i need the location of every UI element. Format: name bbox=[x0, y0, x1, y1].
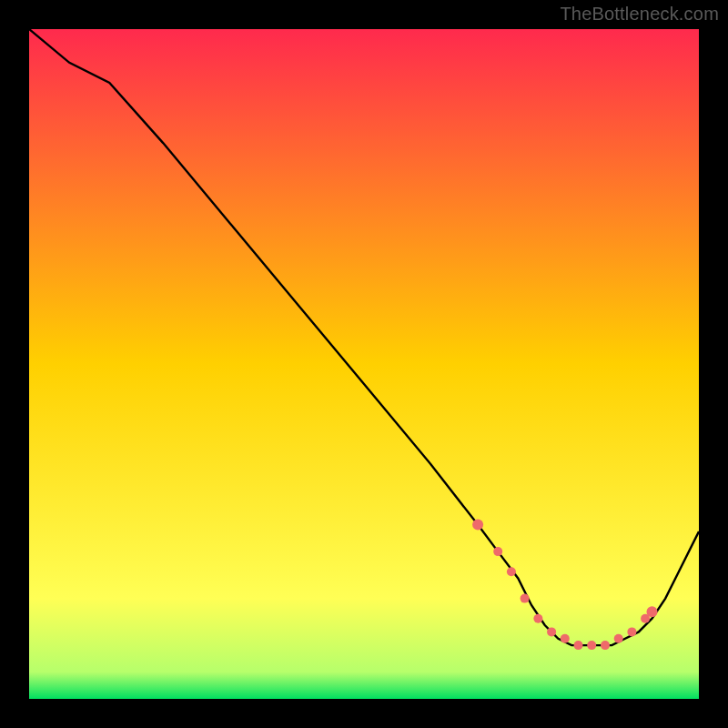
highlight-marker bbox=[627, 627, 636, 636]
highlight-marker bbox=[614, 634, 623, 643]
highlight-marker bbox=[507, 567, 516, 576]
highlight-marker bbox=[647, 606, 658, 617]
highlight-marker bbox=[561, 634, 570, 643]
highlight-marker bbox=[574, 641, 583, 650]
highlight-marker bbox=[547, 627, 556, 636]
gradient-background bbox=[29, 29, 699, 699]
watermark-text: TheBottleneck.com bbox=[560, 4, 719, 25]
plot-area bbox=[29, 29, 699, 699]
highlight-marker bbox=[493, 547, 502, 556]
highlight-marker bbox=[521, 594, 530, 603]
highlight-marker bbox=[601, 641, 610, 650]
highlight-marker bbox=[587, 641, 596, 650]
highlight-marker bbox=[472, 520, 483, 531]
highlight-marker bbox=[533, 614, 542, 623]
chart-svg bbox=[29, 29, 699, 699]
chart-stage: TheBottleneck.com bbox=[0, 0, 728, 728]
